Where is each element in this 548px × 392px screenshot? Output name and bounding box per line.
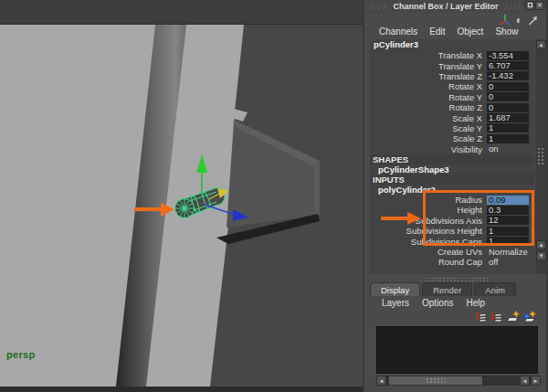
move-layer-down-icon[interactable] — [490, 310, 503, 323]
channel-value-field[interactable]: 0 — [487, 103, 529, 112]
channel-value-field[interactable]: 1 — [487, 123, 529, 132]
channel-value-field[interactable]: -3.554 — [487, 51, 529, 60]
scroll-left-icon: ◂ — [523, 377, 527, 384]
panel-close-button[interactable]: ✕ — [535, 1, 544, 10]
attribute-label[interactable]: Height — [370, 205, 487, 215]
attribute-label[interactable]: Create UVs — [370, 247, 487, 257]
menu-channels[interactable]: Channels — [379, 26, 417, 38]
attribute-row: Create UVs Normalize ... — [370, 247, 534, 257]
channel-box-menubar: Channels Edit Object Show — [379, 26, 518, 38]
channel-value-enum[interactable]: on — [487, 144, 529, 154]
channel-label[interactable]: Translate Z — [370, 71, 487, 81]
scroll-right-icon: ▸ — [534, 377, 538, 384]
channel-box-scrollbar[interactable]: ▴ ▴ ▾ — [535, 39, 547, 274]
channel-row: Scale Y 1 — [370, 123, 534, 133]
selected-object-name[interactable]: pCylinder3 — [370, 39, 534, 50]
tab-anim[interactable]: Anim — [474, 282, 516, 296]
manipulator-axis-icon[interactable] — [499, 14, 511, 26]
attribute-label[interactable]: Radius — [370, 195, 487, 205]
menu-edit[interactable]: Edit — [429, 26, 445, 38]
popout-icon — [528, 3, 532, 7]
channel-value-field[interactable]: 0 — [487, 82, 529, 91]
channel-row: Rotate Y 0 — [370, 92, 534, 102]
move-layer-up-icon[interactable] — [475, 310, 488, 323]
channel-row: Rotate Z 0 — [370, 102, 534, 112]
menu-show[interactable]: Show — [495, 26, 518, 38]
channel-value-field[interactable]: -1.432 — [487, 71, 529, 80]
tab-render[interactable]: Render — [422, 282, 472, 296]
attribute-row: Subdivisions Caps 1 — [370, 236, 534, 246]
panel-title: Channel Box / Layer Editor — [393, 2, 498, 11]
attribute-value-enum[interactable]: off — [487, 258, 529, 267]
channel-label[interactable]: Visibility — [370, 144, 487, 154]
attribute-value-field-selected[interactable]: 0.09 — [487, 196, 529, 205]
input-node-name[interactable]: polyCylinder2 — [370, 185, 534, 195]
attribute-label[interactable]: Round Cap — [370, 257, 487, 267]
scrollbar-grip[interactable] — [537, 147, 545, 164]
scrollbar-track[interactable] — [389, 376, 482, 385]
menu-layers[interactable]: Layers — [382, 298, 409, 308]
attribute-value-field[interactable]: 1 — [487, 237, 529, 246]
channel-box-display-toggles: ◐ — [499, 13, 539, 27]
channel-box-list: pCylinder3 Translate X -3.554 Translate … — [370, 39, 534, 274]
shape-node-name[interactable]: pCylinderShape3 — [370, 164, 534, 175]
display-layers-list[interactable] — [376, 326, 538, 374]
channel-row: Visibility on — [370, 144, 534, 154]
titlebar-grip-texture — [503, 4, 522, 10]
channel-value-field[interactable]: 1.687 — [487, 113, 529, 122]
panel-popout-button[interactable] — [525, 1, 534, 10]
tab-display[interactable]: Display — [370, 282, 420, 296]
channel-label[interactable]: Rotate Z — [370, 102, 487, 112]
channel-row: Scale X 1.687 — [370, 112, 534, 122]
attribute-value-field[interactable]: 0.3 — [487, 206, 529, 215]
attribute-value-field[interactable]: 1 — [487, 227, 529, 236]
channel-label[interactable]: Translate X — [370, 50, 487, 60]
speed-state-toggle-icon[interactable]: ◐ — [516, 15, 522, 26]
scrollbar-grip[interactable] — [426, 377, 446, 384]
panel-titlebar[interactable]: Channel Box / Layer Editor ✕ — [364, 0, 546, 13]
channel-value-field[interactable]: 6.707 — [487, 61, 529, 70]
attribute-value-field[interactable]: 12 — [487, 216, 529, 225]
scroll-up-button-bottom[interactable]: ▴ — [536, 240, 546, 249]
attribute-label[interactable]: Subdivisions Caps — [370, 237, 487, 247]
scroll-down-icon: ▾ — [540, 252, 543, 259]
menu-help[interactable]: Help — [466, 298, 485, 308]
channel-row: Translate Y 6.707 — [370, 60, 534, 70]
titlebar-grip-texture — [369, 4, 388, 10]
scroll-up-icon: ▴ — [540, 41, 543, 48]
scroll-down-button[interactable]: ▾ — [536, 251, 546, 260]
create-empty-layer-icon[interactable] — [506, 310, 520, 323]
viewport-canvas[interactable] — [0, 25, 363, 387]
attribute-row: Round Cap off — [370, 257, 534, 267]
channel-row: Translate Z -1.432 — [370, 71, 534, 81]
scroll-up-icon: ▴ — [540, 241, 543, 248]
close-icon: ✕ — [537, 2, 543, 8]
channel-label[interactable]: Translate Y — [370, 61, 487, 71]
attribute-label[interactable]: Subdivisions Axis — [370, 216, 487, 226]
layers-horizontal-scrollbar[interactable]: ◂ ◂ ▸ — [376, 376, 541, 386]
channel-label[interactable]: Rotate Y — [370, 92, 487, 102]
attribute-row: Subdivisions Height 1 — [370, 226, 534, 236]
channel-value-field[interactable]: 1 — [487, 134, 529, 143]
channel-label[interactable]: Scale X — [370, 113, 487, 123]
create-layer-from-selected-icon[interactable] — [522, 310, 536, 323]
channel-row: Rotate X 0 — [370, 81, 534, 91]
scroll-left-button[interactable]: ◂ — [376, 376, 386, 386]
channel-label[interactable]: Scale Y — [370, 123, 487, 133]
scroll-right-button[interactable]: ▸ — [531, 376, 541, 386]
scroll-left-button-2[interactable]: ◂ — [520, 376, 530, 386]
layer-editor-menubar: Layers Options Help — [382, 298, 485, 308]
viewport-panel-toolbar[interactable] — [0, 0, 363, 25]
scroll-up-button[interactable]: ▴ — [536, 40, 546, 49]
menu-options[interactable]: Options — [422, 298, 453, 308]
menu-object[interactable]: Object — [458, 26, 484, 38]
channel-label[interactable]: Rotate X — [370, 81, 487, 91]
attribute-value-enum[interactable]: Normalize ... — [487, 248, 529, 257]
attribute-label[interactable]: Subdivisions Height — [370, 226, 487, 236]
layer-editor-tabs: Display Render Anim — [370, 282, 516, 296]
perspective-viewport[interactable]: persp — [0, 0, 363, 392]
shapes-section-header: SHAPES — [370, 154, 534, 164]
hyperbolic-arrow-icon[interactable] — [527, 15, 539, 26]
channel-label[interactable]: Scale Z — [370, 133, 487, 143]
channel-value-field[interactable]: 0 — [487, 92, 529, 101]
